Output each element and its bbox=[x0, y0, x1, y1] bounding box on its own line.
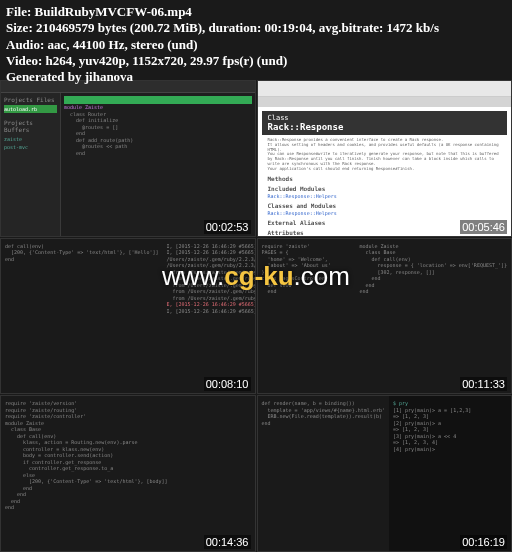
doc-link[interactable]: Rack::Response::Helpers bbox=[268, 210, 502, 216]
doc-classes-heading: Classes and Modules bbox=[268, 202, 502, 209]
timestamp: 00:16:19 bbox=[460, 535, 507, 549]
generated-line: Generated by jihanova bbox=[6, 69, 506, 85]
thumb-3: def call(env) [200, {'Content-Type' => '… bbox=[0, 238, 256, 395]
size-line: Size: 210469579 bytes (200.72 MiB), dura… bbox=[6, 20, 506, 36]
thumb-4: require 'zaiste' PAGES = { 'home' => 'We… bbox=[257, 238, 513, 395]
doc-link[interactable]: Rack::Response::Helpers bbox=[268, 193, 502, 199]
code-editor[interactable]: require 'zaiste/version' require 'zaiste… bbox=[1, 396, 255, 551]
doc-methods-heading: Methods bbox=[268, 175, 502, 182]
browser-window: Class Rack::Response Rack::Response prov… bbox=[258, 81, 512, 236]
code-left[interactable]: require 'zaiste' PAGES = { 'home' => 'We… bbox=[258, 239, 356, 394]
sidebar-buffer-item[interactable]: post-mvc bbox=[4, 143, 57, 151]
sidebar-buffer-item[interactable]: zaiste bbox=[4, 135, 57, 143]
doc-header: Class Rack::Response bbox=[262, 111, 508, 135]
video-line: Video: h264, yuv420p, 1152x720, 29.97 fp… bbox=[6, 53, 506, 69]
timestamp: 00:11:33 bbox=[460, 377, 507, 391]
sidebar-file-item[interactable]: autoload.rb bbox=[4, 105, 57, 113]
terminal-left[interactable]: def call(env) [200, {'Content-Type' => '… bbox=[1, 239, 163, 394]
code-editor[interactable]: module Zaiste class Router def initializ… bbox=[61, 93, 255, 236]
timestamp: 00:14:36 bbox=[204, 535, 251, 549]
terminal-log[interactable]: I, [2015-12-26 16:46:29 #5665] INFO -- :… bbox=[163, 239, 256, 394]
thumb-2: Class Rack::Response Rack::Response prov… bbox=[257, 80, 513, 237]
timestamp: 00:05:46 bbox=[460, 220, 507, 234]
sidebar-section-files: Projects Files bbox=[4, 96, 57, 103]
editor-sidebar: Projects Files autoload.rb Projects Buff… bbox=[1, 93, 61, 236]
code-left[interactable]: def render(name, b = binding()) template… bbox=[258, 396, 389, 551]
browser-tabs bbox=[258, 97, 512, 107]
timestamp: 00:08:10 bbox=[204, 377, 251, 391]
file-line: File: BuildRubyMVCFW-06.mp4 bbox=[6, 4, 506, 20]
thumb-5: require 'zaiste/version' require 'zaiste… bbox=[0, 395, 256, 552]
file-info-header: File: BuildRubyMVCFW-06.mp4 Size: 210469… bbox=[0, 0, 512, 89]
thumb-6: def render(name, b = binding()) template… bbox=[257, 395, 513, 552]
code-right[interactable]: module Zaiste class Base def call(env) r… bbox=[355, 239, 511, 394]
thumbnail-grid: Projects Files autoload.rb Projects Buff… bbox=[0, 80, 512, 552]
audio-line: Audio: aac, 44100 Hz, stereo (und) bbox=[6, 37, 506, 53]
sidebar-section-buffers: Projects Buffers bbox=[4, 119, 57, 133]
doc-page[interactable]: Class Rack::Response Rack::Response prov… bbox=[258, 107, 512, 236]
timestamp: 00:02:53 bbox=[204, 220, 251, 234]
thumb-1: Projects Files autoload.rb Projects Buff… bbox=[0, 80, 256, 237]
pry-terminal[interactable]: $ pry [1] pry(main)> a = [1,2,3] => [1, … bbox=[389, 396, 511, 551]
tab-bar bbox=[64, 96, 252, 104]
doc-modules-heading: Included Modules bbox=[268, 185, 502, 192]
